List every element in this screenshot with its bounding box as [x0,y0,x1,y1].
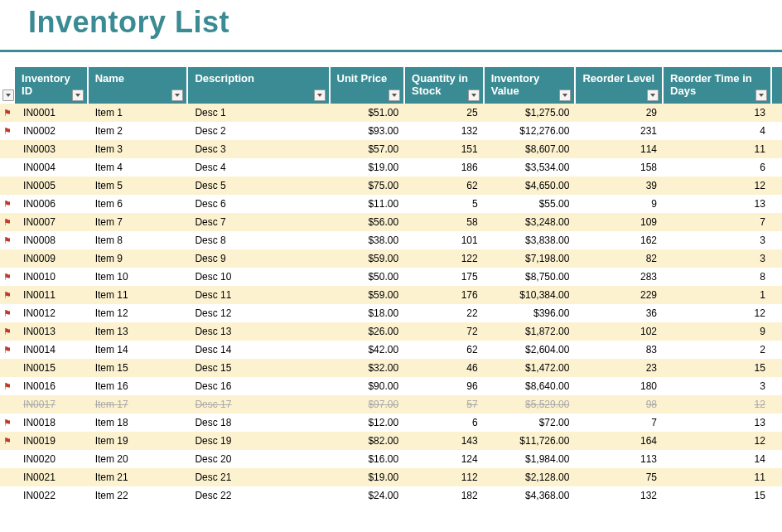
cell-name: Item 1 [89,104,189,122]
table-row[interactable]: ⚑IN0016Item 16Desc 16$90.0096$8,640.0018… [0,377,782,395]
cell-flag: ⚑ [0,268,15,286]
cell-id: IN0018 [15,414,89,432]
filter-dropdown-icon[interactable] [2,89,14,101]
cell-inventory-value: $11,726.00 [485,432,577,450]
table-row[interactable]: IN0021Item 21Desc 21$19.00112$2,128.0075… [0,468,782,486]
table-row[interactable]: ⚑IN0019Item 19Desc 19$82.00143$11,726.00… [0,432,782,450]
table-row[interactable]: ⚑IN0012Item 12Desc 12$18.0022$396.003612 [0,304,782,322]
flag-icon: ⚑ [3,217,12,228]
cell-quantity: 58 [405,213,485,231]
table-row[interactable]: IN0015Item 15Desc 15$32.0046$1,472.00231… [0,359,782,377]
cell-name: Item 7 [89,213,189,231]
table-row[interactable]: IN0005Item 5Desc 5$75.0062$4,650.003912 [0,177,782,195]
table-row[interactable]: IN0020Item 20Desc 20$16.00124$1,984.0011… [0,450,782,468]
column-label: Quantity in Stock [412,72,468,97]
column-header-reorder-level[interactable]: Reorder Level [576,67,664,104]
cell-reorder-days: 11 [664,468,772,486]
column-header-reorder-days[interactable]: Reorder Time in Days [664,67,772,104]
column-header-description[interactable]: Description [188,67,330,104]
cell-name: Item 9 [89,249,189,268]
cell-flag: ⚑ [0,195,15,213]
cell-id: IN0017 [15,395,89,414]
filter-dropdown-icon[interactable] [171,89,183,101]
table-row[interactable]: ⚑IN0011Item 11Desc 11$59.00176$10,384.00… [0,286,782,304]
cell-unit-price: $90.00 [331,377,406,395]
cell-name: Item 2 [89,122,189,140]
cell-reorder-level: 7 [576,414,664,432]
cell-quantity: 182 [405,486,485,505]
filter-dropdown-icon[interactable] [468,89,480,101]
table-row[interactable]: ⚑IN0013Item 13Desc 13$26.0072$1,872.0010… [0,322,782,341]
page-title: Inventory List [28,5,782,40]
column-header-name[interactable]: Name [89,67,189,104]
column-header-quantity[interactable]: Quantity in Stock [405,67,485,104]
cell-id: IN0004 [15,158,89,177]
cell-unit-price: $38.00 [331,231,406,249]
column-header-unit-price[interactable]: Unit Price [331,67,406,104]
table-row[interactable]: IN0022Item 22Desc 22$24.00182$4,368.0013… [0,486,782,505]
cell-flag: ⚑ [0,231,15,249]
cell-id: IN0002 [15,122,89,140]
filter-dropdown-icon[interactable] [389,89,400,101]
column-header-id[interactable]: Inventory ID [15,67,89,104]
cell-inventory-value: $7,198.00 [485,249,577,268]
cell-tail [772,213,782,231]
flag-icon: ⚑ [3,436,12,447]
cell-unit-price: $42.00 [331,341,406,359]
table-row[interactable]: ⚑IN0006Item 6Desc 6$11.005$55.00913 [0,195,782,213]
cell-name: Item 11 [89,286,189,304]
cell-reorder-days: 6 [664,158,772,177]
filter-dropdown-icon[interactable] [755,89,767,101]
filter-dropdown-icon[interactable] [647,89,659,101]
cell-tail [772,195,782,213]
cell-flag [0,249,15,268]
column-label: Description [195,72,254,85]
column-header-tail [772,67,782,104]
table-row[interactable]: ⚑IN0018Item 18Desc 18$12.006$72.00713 [0,414,782,432]
cell-description: Desc 15 [188,359,330,377]
table-row[interactable]: IN0017Item 17Desc 17$97.0057$5,529.00981… [0,395,782,414]
table-row[interactable]: IN0004Item 4Desc 4$19.00186$3,534.001586 [0,158,782,177]
cell-unit-price: $16.00 [331,450,406,468]
table-row[interactable]: ⚑IN0008Item 8Desc 8$38.00101$3,838.00162… [0,231,782,249]
table-row[interactable]: ⚑IN0002Item 2Desc 2$93.00132$12,276.0023… [0,122,782,140]
cell-reorder-days: 12 [664,395,772,414]
filter-dropdown-icon[interactable] [72,89,84,101]
cell-name: Item 13 [89,322,189,341]
column-label: Inventory Value [491,72,540,97]
table-row[interactable]: IN0003Item 3Desc 3$57.00151$8,607.001141… [0,140,782,158]
cell-id: IN0022 [15,486,89,505]
inventory-table: Inventory ID Name Description Unit Price… [0,67,782,505]
table-row[interactable]: ⚑IN0007Item 7Desc 7$56.0058$3,248.001097 [0,213,782,231]
flag-icon: ⚑ [3,308,12,319]
table-row[interactable]: ⚑IN0010Item 10Desc 10$50.00175$8,750.002… [0,268,782,286]
column-label: Reorder Time in Days [670,72,752,97]
cell-quantity: 62 [405,177,485,195]
cell-quantity: 72 [405,322,485,341]
cell-name: Item 21 [89,468,189,486]
table-row[interactable]: ⚑IN0001Item 1Desc 1$51.0025$1,275.002913 [0,104,782,122]
cell-flag: ⚑ [0,322,15,341]
filter-dropdown-icon[interactable] [559,89,571,101]
cell-unit-price: $32.00 [331,359,406,377]
cell-description: Desc 3 [188,140,330,158]
cell-flag [0,177,15,195]
column-header-inventory-value[interactable]: Inventory Value [485,67,577,104]
cell-description: Desc 12 [188,304,330,322]
cell-id: IN0001 [15,104,89,122]
cell-flag [0,140,15,158]
cell-id: IN0021 [15,468,89,486]
cell-id: IN0009 [15,249,89,268]
table-row[interactable]: ⚑IN0014Item 14Desc 14$42.0062$2,604.0083… [0,341,782,359]
flag-icon: ⚑ [3,126,12,137]
cell-tail [772,140,782,158]
cell-quantity: 46 [405,359,485,377]
cell-unit-price: $50.00 [331,268,406,286]
cell-unit-price: $26.00 [331,322,406,341]
cell-name: Item 22 [89,486,189,505]
cell-reorder-level: 98 [576,395,664,414]
filter-dropdown-icon[interactable] [314,89,326,101]
table-row[interactable]: IN0009Item 9Desc 9$59.00122$7,198.00823 [0,249,782,268]
cell-inventory-value: $4,368.00 [485,486,577,505]
cell-reorder-level: 231 [576,122,664,140]
